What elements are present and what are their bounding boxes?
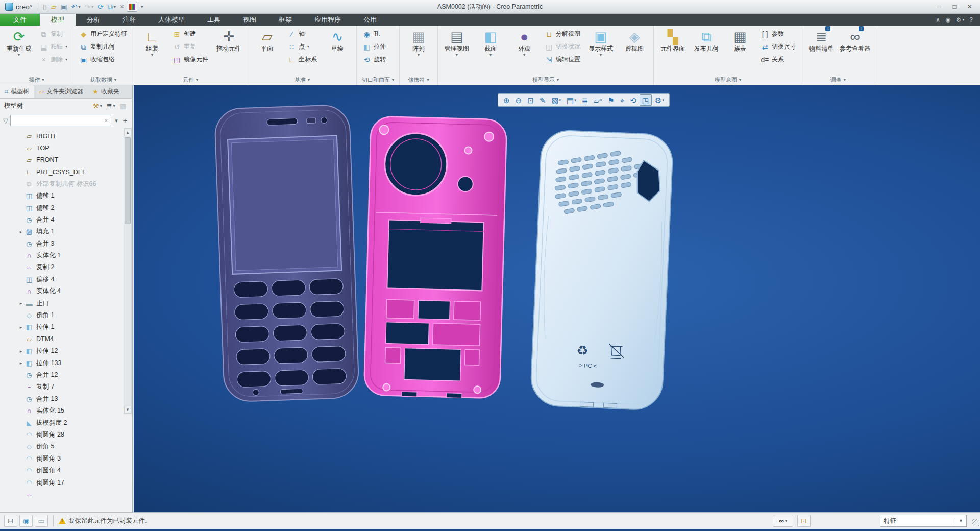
clear-search-icon[interactable]: × [104, 117, 109, 124]
tree-item[interactable]: ◫偏移 2 [0, 202, 124, 213]
tree-item[interactable]: ◷合并 3 [0, 238, 124, 250]
expand-icon[interactable]: ▸ [17, 325, 24, 330]
tree-item[interactable]: ◷合并 12 [0, 369, 124, 381]
regenerate-model-button[interactable]: ⟳ [96, 2, 105, 12]
close-button[interactable]: ✕ [963, 2, 977, 12]
selection-filter-combobox[interactable]: 特征 ▼ [880, 515, 967, 527]
find-button[interactable]: ∞ ▾ [773, 515, 793, 527]
tree-item[interactable]: ◷合并 13 [0, 393, 124, 405]
user-button[interactable]: ◉ [945, 17, 950, 23]
filter-options-dropdown[interactable]: ▾ [113, 117, 119, 125]
tree-item[interactable]: ∟PRT_CSYS_DEF [0, 166, 124, 178]
spin-center-button[interactable]: ⌖ [618, 94, 627, 106]
csys-button[interactable]: ∟坐标系 [285, 53, 320, 66]
delete-button[interactable]: ×删除▾ [37, 53, 70, 66]
panel-tab-model-tree[interactable]: ⌗模型树 [0, 85, 34, 98]
tree-item[interactable]: ◫偏移 1 [0, 190, 124, 202]
repeat-button[interactable]: ↺重复 [170, 40, 211, 53]
view-tools-button[interactable]: ⚙▾ [652, 94, 667, 106]
saved-orientations-button[interactable]: ▤▾ [564, 94, 579, 106]
browser-toggle-button[interactable]: ◉ [19, 515, 33, 527]
scroll-down-icon[interactable]: ▼ [124, 406, 131, 414]
middle-chassis-model[interactable] [358, 114, 514, 402]
ribbon-group-label[interactable]: 获取数据▾ [77, 75, 130, 85]
datum-display-button[interactable]: ▱▾ [591, 94, 604, 106]
resize-grip[interactable] [972, 519, 979, 526]
perspective-button[interactable]: ◈透视图 [619, 27, 650, 75]
tree-item[interactable]: ▱TOP [0, 142, 124, 154]
refit-button[interactable]: ⊡ [525, 94, 536, 106]
tab-analysis[interactable]: 分析 [76, 14, 111, 26]
shrinkwrap-button[interactable]: ▣收缩包络 [77, 53, 130, 66]
point-button[interactable]: ∷点▾ [285, 40, 320, 53]
tree-item[interactable]: ⌢复制 7 [0, 381, 124, 393]
tree-item[interactable]: ⌢复制 2 [0, 261, 124, 273]
exploded-view-button[interactable]: ⊔分解视图 [542, 28, 583, 40]
sketch-button[interactable]: ∿草绘 [322, 27, 353, 75]
tree-item[interactable]: ▸▨填充 1 [0, 226, 124, 237]
extrude-button[interactable]: ◧拉伸 [360, 40, 388, 53]
minimize-button[interactable]: ─ [932, 2, 946, 12]
appearance-button[interactable]: ●外观▾ [508, 27, 540, 75]
ribbon-group-label[interactable]: 调查▾ [805, 75, 871, 85]
tree-item[interactable]: ▱DTM4 [0, 333, 124, 345]
ribbon-group-label[interactable]: 模型意图▾ [657, 75, 799, 85]
tab-common[interactable]: 公用 [352, 14, 388, 26]
paste-button[interactable]: ▤粘贴▾ [37, 40, 70, 53]
new-file-button[interactable]: ▯ [41, 2, 48, 12]
save-button[interactable]: ▣ [59, 2, 69, 12]
expand-icon[interactable]: ▸ [17, 360, 24, 366]
zoom-out-button[interactable]: ⊖ [513, 94, 525, 106]
close-window-button[interactable]: × [118, 2, 126, 12]
tab-file[interactable]: 文件 [0, 14, 40, 26]
create-button[interactable]: ⊞创建 [170, 28, 211, 40]
expand-icon[interactable]: ▸ [17, 301, 24, 306]
relations-button[interactable]: d=关系 [758, 53, 799, 66]
manage-views-button[interactable]: ▤管理视图▾ [441, 27, 473, 75]
filter-add-button[interactable]: + [121, 116, 129, 125]
ribbon-group-label[interactable]: 基准▾ [251, 75, 353, 85]
tree-item[interactable]: ◷合并 4 [0, 214, 124, 226]
tree-item[interactable]: ◠倒圆角 3 [0, 453, 124, 465]
tree-item[interactable]: ∩实体化 4 [0, 285, 124, 297]
options-button[interactable]: ⚙▾ [956, 17, 965, 23]
bom-button[interactable]: ≣物料清单 [805, 27, 837, 75]
copy-geometry-button[interactable]: ⧉复制几何 [77, 40, 130, 53]
tree-item[interactable]: ◠倒圆角 28 [0, 429, 124, 441]
model-tree-toggle-button[interactable]: ⊟ [4, 515, 17, 527]
copy-button[interactable]: ⧉复制 [37, 28, 70, 40]
ribbon-group-label[interactable]: 修饰符▾ [403, 75, 434, 85]
combobox-dropdown-icon[interactable]: ▼ [955, 518, 963, 523]
hole-button[interactable]: ◉孔 [360, 28, 388, 40]
tree-item[interactable]: ∩实体化 15 [0, 405, 124, 417]
3d-mode-button[interactable]: ◳ [640, 94, 652, 106]
open-file-button[interactable]: ▱ [50, 2, 58, 12]
tree-item[interactable]: ⌢ [0, 489, 124, 500]
ribbon-group-label[interactable]: 元件▾ [136, 75, 244, 85]
tree-item[interactable]: ▸◧拉伸 1 [0, 321, 124, 333]
panel-toggle-button[interactable]: ▭ [35, 515, 48, 527]
help-button[interactable]: ? [969, 17, 973, 23]
tree-columns-button[interactable]: ▥ [118, 102, 128, 110]
section-button[interactable]: ◧截面▾ [475, 27, 506, 75]
redo-button[interactable]: ↷▾ [83, 2, 95, 12]
tree-item[interactable]: ▸◧拉伸 133 [0, 357, 124, 369]
axis-button[interactable]: ∕轴 [285, 28, 320, 40]
drag-button[interactable]: ✛拖动元件 [213, 27, 244, 75]
component-interface-button[interactable]: ▚元件界面 [657, 27, 689, 75]
toggle-status-button[interactable]: ◫切换状况 [542, 40, 583, 53]
tab-framework[interactable]: 框架 [267, 14, 303, 26]
tab-view[interactable]: 视图 [232, 14, 267, 26]
repaint-button[interactable]: ✎ [537, 94, 549, 106]
reference-viewer-button[interactable]: ∞参考查看器 [839, 27, 871, 75]
ribbon-group-label[interactable]: 操作▾ [3, 75, 70, 85]
family-table-button[interactable]: ▦族表 [724, 27, 756, 75]
tree-scrollbar[interactable]: ▲ ▼ [124, 128, 132, 414]
window-switch-button[interactable]: ⧉▾ [106, 2, 117, 12]
front-case-model[interactable] [211, 102, 367, 408]
tree-item[interactable]: ◠倒圆角 4 [0, 465, 124, 476]
assemble-button[interactable]: ∟组装▾ [136, 27, 168, 75]
ribbon-group-label[interactable]: 切口和曲面▾ [360, 75, 396, 85]
tree-item[interactable]: ▸▬止口 [0, 297, 124, 309]
zoom-in-button[interactable]: ⊕ [501, 94, 512, 106]
